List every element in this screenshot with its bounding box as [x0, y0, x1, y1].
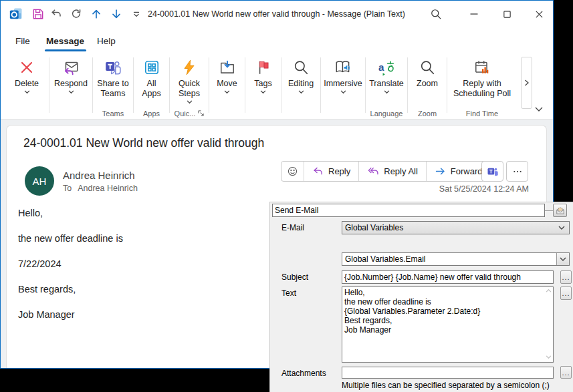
message-body: Hello, the new offer deadline is 7/22/20…	[18, 208, 123, 335]
scheduling-poll-button[interactable]: Reply with Scheduling Poll	[447, 53, 517, 108]
svg-text:a: a	[378, 61, 384, 73]
reply-all-button[interactable]: Reply All	[358, 162, 426, 181]
chevron-down-icon	[340, 90, 346, 94]
sender-name[interactable]: Andrea Heinrich	[63, 170, 135, 181]
email-account-dropdown[interactable]: Global Variables.Email	[342, 252, 570, 266]
respond-icon	[62, 58, 80, 77]
search-icon[interactable]	[429, 7, 443, 21]
dialog-launcher-icon[interactable]	[198, 110, 204, 116]
undo-button[interactable]	[49, 7, 64, 21]
collapse-ribbon-chevron-icon[interactable]	[533, 104, 545, 114]
share-to-teams-button[interactable]: Share to Teams	[93, 53, 133, 108]
connector-line	[545, 210, 553, 211]
group-label-apps: Apps	[143, 108, 160, 119]
attachments-input[interactable]	[342, 367, 554, 379]
subject-browse-button[interactable]: ...	[560, 270, 572, 284]
delete-button[interactable]: Delete	[5, 53, 49, 108]
forward-button[interactable]: Forward	[426, 162, 491, 181]
email-label: E-Mail	[281, 223, 304, 232]
move-button[interactable]: Move	[209, 53, 245, 108]
tab-message[interactable]: Message	[46, 36, 84, 46]
text-body-textarea[interactable]: Hello, the new offer deadline is {Global…	[342, 286, 554, 363]
recipient-name[interactable]: Andrea Heinrich	[78, 184, 138, 193]
translate-button[interactable]: a Translate	[366, 53, 407, 108]
ribbon-group-find-time: Reply with Scheduling Poll Find Time	[447, 53, 517, 119]
chevron-down-icon	[24, 90, 30, 94]
outlook-app-icon	[9, 7, 23, 21]
chevron-down-icon	[187, 100, 193, 104]
attachments-browse-button[interactable]: ...	[560, 366, 572, 379]
reply-label: Reply	[328, 166, 350, 176]
maximize-button[interactable]	[494, 1, 520, 27]
ribbon: Delete Respond Share to Teams	[1, 53, 553, 120]
group-label-language: Language	[370, 108, 403, 119]
minimize-button[interactable]	[461, 1, 487, 27]
ribbon-overflow-button[interactable]	[521, 57, 532, 109]
ribbon-tabs: File Message Help	[1, 27, 553, 53]
immersive-label: Immersive	[324, 79, 362, 88]
tags-button[interactable]: Tags	[245, 53, 281, 108]
zoom-label: Zoom	[417, 79, 438, 88]
respond-button[interactable]: Respond	[49, 53, 92, 108]
editing-button[interactable]: Editing	[281, 53, 320, 108]
body-line: Best regards,	[18, 284, 123, 296]
immersive-button[interactable]: Immersive	[321, 53, 365, 108]
forward-label: Forward	[451, 166, 483, 176]
ribbon-group-respond: Respond	[49, 53, 92, 119]
flag-icon	[255, 58, 272, 77]
group-label-find-time: Find Time	[466, 108, 498, 119]
text-browse-button[interactable]: ...	[560, 286, 572, 300]
body-line: Hello,	[18, 208, 123, 220]
save-button[interactable]	[31, 7, 45, 21]
chevron-down-icon	[384, 90, 390, 94]
more-actions-button[interactable]	[506, 161, 528, 182]
tab-file[interactable]: File	[15, 36, 30, 46]
quick-steps-button[interactable]: Quick Steps	[170, 53, 209, 108]
zoom-button[interactable]: Zoom	[408, 53, 447, 108]
body-line: 7/22/2024	[18, 258, 123, 270]
recipient-line: ToAndrea Heinrich	[63, 184, 138, 193]
group-label-quick-steps: Quic...	[175, 110, 196, 118]
all-apps-button[interactable]: All Apps	[134, 53, 169, 108]
chevron-down-icon[interactable]	[556, 253, 569, 265]
scheduling-poll-label: Reply with Scheduling Poll	[453, 79, 511, 98]
customize-qat-chevron-icon[interactable]	[129, 7, 144, 21]
subject-input[interactable]	[342, 270, 554, 284]
previous-item-button[interactable]	[89, 7, 104, 21]
quick-steps-icon	[181, 58, 198, 77]
reply-all-icon	[367, 166, 379, 177]
window-title: 24-0001.01 New World new offer valid thr…	[148, 9, 405, 19]
redo-button[interactable]	[69, 7, 84, 21]
tags-label: Tags	[254, 79, 271, 88]
close-button[interactable]	[526, 1, 552, 27]
send-email-action-button[interactable]	[553, 204, 567, 217]
action-title-input[interactable]	[272, 204, 545, 217]
reply-button[interactable]: Reply	[304, 162, 358, 181]
ribbon-group-apps: All Apps Apps	[134, 53, 169, 119]
ribbon-group-editing: Editing	[281, 53, 320, 119]
open-in-teams-button[interactable]	[481, 161, 503, 182]
avatar[interactable]: AH	[25, 166, 54, 196]
scroll-up-icon[interactable]	[546, 288, 552, 292]
chevron-down-icon	[224, 90, 230, 94]
next-item-button[interactable]	[109, 7, 124, 21]
ribbon-group-tags: Tags	[245, 53, 281, 119]
ribbon-group-zoom: Zoom Zoom	[408, 53, 447, 119]
move-icon	[219, 58, 236, 77]
chevron-down-icon	[558, 226, 569, 230]
scroll-down-icon[interactable]	[546, 355, 552, 359]
text-label: Text	[281, 288, 296, 298]
emoji-reaction-button[interactable]	[281, 162, 304, 181]
email-account-value: Global Variables.Email	[342, 254, 556, 264]
ribbon-group-move: Move	[209, 53, 245, 119]
chevron-down-icon	[68, 90, 74, 94]
attachments-label: Attachments	[281, 369, 326, 378]
body-line: the new offer deadline is	[18, 233, 123, 245]
titlebar: 24-0001.01 New World new offer valid thr…	[1, 1, 553, 27]
magnifier-icon	[292, 58, 310, 77]
move-label: Move	[217, 79, 237, 88]
ribbon-group-delete: Delete	[5, 53, 49, 119]
teams-icon	[104, 58, 122, 77]
email-source-dropdown[interactable]: Global Variables	[342, 221, 570, 234]
tab-help[interactable]: Help	[97, 36, 116, 46]
